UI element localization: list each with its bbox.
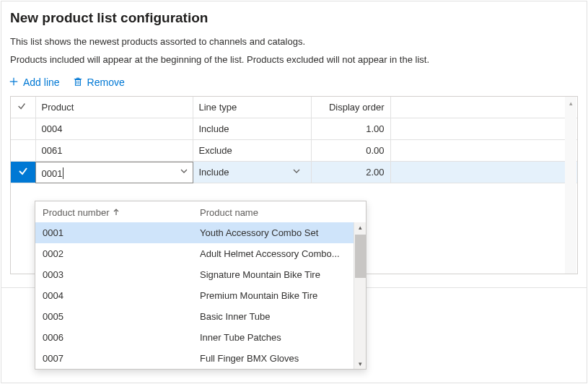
config-panel: New product list configuration This list… xyxy=(1,1,587,383)
description-line-1: This list shows the newest products asso… xyxy=(10,35,578,50)
lookup-scrollbar[interactable]: ▴ ▾ xyxy=(354,222,366,369)
lookup-option[interactable]: 0002 Adult Helmet Accessory Combo... xyxy=(35,243,366,264)
plus-icon xyxy=(9,77,19,89)
cell-empty xyxy=(390,118,577,140)
lookup-option-name: Full Finger BMX Gloves xyxy=(200,353,359,364)
grid-header-row: Product Line type Display order xyxy=(11,97,577,118)
lookup-option[interactable]: 0004 Premium Mountain Bike Tire xyxy=(35,285,366,306)
lookup-option-num: 0003 xyxy=(43,269,200,280)
header: New product list configuration This list… xyxy=(1,1,587,68)
lookup-col-number-header[interactable]: Product number xyxy=(43,207,200,218)
product-grid: Product Line type Display order 0004 Inc… xyxy=(11,97,577,184)
scroll-up-icon[interactable]: ▴ xyxy=(569,97,573,110)
svg-rect-2 xyxy=(75,79,80,85)
row-select[interactable] xyxy=(11,118,35,140)
cell-disporder[interactable]: 0.00 xyxy=(311,140,390,162)
lookup-option-name: Basic Inner Tube xyxy=(200,311,359,322)
lookup-option-num: 0001 xyxy=(43,227,200,238)
cell-product-editing[interactable]: 0001 xyxy=(35,162,193,183)
remove-button[interactable]: Remove xyxy=(73,77,125,89)
page-title: New product list configuration xyxy=(10,10,578,26)
scroll-up-icon[interactable]: ▴ xyxy=(359,222,362,232)
lookup-col-name-header[interactable]: Product name xyxy=(200,207,359,218)
lookup-option-num: 0006 xyxy=(43,332,200,343)
lookup-option-num: 0002 xyxy=(43,248,200,259)
select-all-header[interactable] xyxy=(11,97,35,118)
add-line-button[interactable]: Add line xyxy=(9,77,60,89)
lookup-option-name: Signature Mountain Bike Tire xyxy=(200,269,359,280)
row-select-checked[interactable] xyxy=(11,162,35,183)
product-lookup-dropdown[interactable]: Product number Product name 0001 Youth A… xyxy=(35,201,367,370)
table-row[interactable]: 0061 Exclude 0.00 xyxy=(11,140,577,162)
lookup-option-num: 0004 xyxy=(43,290,200,301)
col-header-product[interactable]: Product xyxy=(35,97,193,118)
cell-empty xyxy=(390,140,577,162)
add-line-label: Add line xyxy=(23,77,60,88)
grid-scrollbar[interactable]: ▴ xyxy=(565,97,576,274)
sort-asc-icon xyxy=(113,207,120,218)
lookup-col-name-label: Product name xyxy=(200,207,258,218)
lookup-option-num: 0007 xyxy=(43,353,200,364)
linetype-value: Include xyxy=(199,167,229,178)
cell-product[interactable]: 0061 xyxy=(35,140,193,162)
row-select[interactable] xyxy=(11,140,35,162)
lookup-option-num: 0005 xyxy=(43,311,200,322)
lookup-option[interactable]: 0005 Basic Inner Tube xyxy=(35,306,366,327)
cell-linetype[interactable]: Include xyxy=(193,118,311,140)
lookup-option[interactable]: 0006 Inner Tube Patches xyxy=(35,327,366,348)
lookup-option-name: Inner Tube Patches xyxy=(200,332,359,343)
lookup-option[interactable]: 0003 Signature Mountain Bike Tire xyxy=(35,264,366,285)
lookup-list[interactable]: 0001 Youth Accessory Combo Set 0002 Adul… xyxy=(35,222,366,369)
chevron-down-icon[interactable] xyxy=(180,167,188,178)
cell-disporder[interactable]: 2.00 xyxy=(311,162,390,183)
table-row[interactable]: 0004 Include 1.00 xyxy=(11,118,577,140)
trash-icon xyxy=(73,77,83,89)
text-cursor xyxy=(63,167,63,179)
description-line-2: Products included will appear at the beg… xyxy=(10,53,578,68)
lookup-header: Product number Product name xyxy=(35,201,366,222)
table-row-active[interactable]: 0001 Include xyxy=(11,162,577,183)
lookup-option-name: Premium Mountain Bike Tire xyxy=(200,290,359,301)
col-header-linetype[interactable]: Line type xyxy=(193,97,311,118)
scroll-down-icon[interactable]: ▾ xyxy=(359,359,362,369)
cell-empty xyxy=(390,162,577,183)
cell-linetype[interactable]: Exclude xyxy=(193,140,311,162)
lookup-option-name: Adult Helmet Accessory Combo... xyxy=(200,248,359,259)
lookup-option[interactable]: 0001 Youth Accessory Combo Set xyxy=(35,222,366,243)
lookup-option[interactable]: 0007 Full Finger BMX Gloves xyxy=(35,348,366,369)
col-header-rest xyxy=(390,97,577,118)
scroll-thumb[interactable] xyxy=(355,235,366,278)
toolbar: Add line Remove xyxy=(1,71,587,96)
cell-disporder[interactable]: 1.00 xyxy=(311,118,390,140)
col-header-disporder[interactable]: Display order xyxy=(311,97,390,118)
product-lookup-input[interactable]: 0001 xyxy=(35,162,193,183)
chevron-down-icon[interactable] xyxy=(292,167,301,178)
lookup-option-name: Youth Accessory Combo Set xyxy=(200,227,359,238)
product-input-value: 0001 xyxy=(42,168,63,179)
remove-label: Remove xyxy=(87,77,125,88)
cell-product[interactable]: 0004 xyxy=(35,118,193,140)
lookup-col-number-label: Product number xyxy=(43,207,110,218)
cell-linetype-dropdown[interactable]: Include xyxy=(193,162,311,183)
